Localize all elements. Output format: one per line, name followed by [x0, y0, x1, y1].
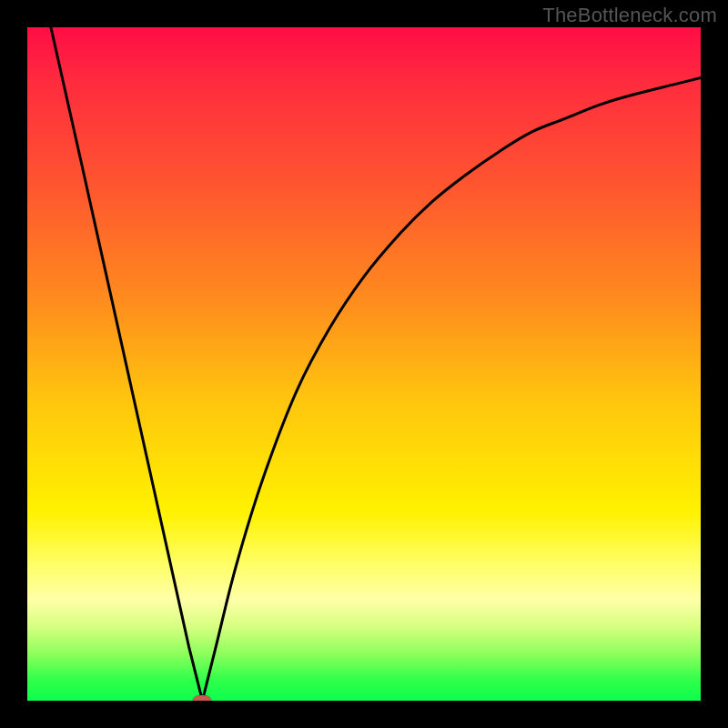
minimum-marker-icon [193, 695, 211, 701]
chart-frame: TheBottleneck.com [0, 0, 728, 728]
plot-area [27, 27, 701, 701]
watermark-text: TheBottleneck.com [542, 4, 717, 27]
curve-svg [27, 27, 701, 701]
bottleneck-curve [51, 27, 701, 701]
